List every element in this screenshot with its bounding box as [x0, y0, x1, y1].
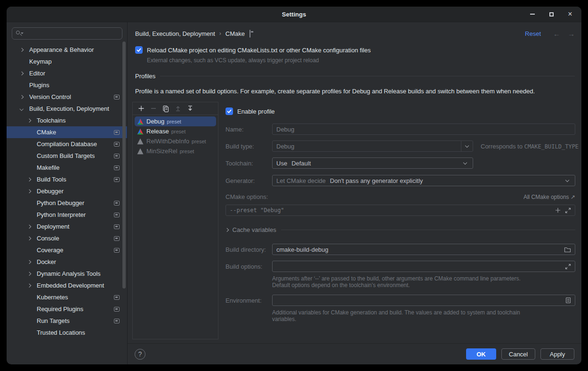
sidebar-item-editor[interactable]: Editor — [7, 67, 127, 79]
cmake-options-field[interactable]: --preset "Debug" — [226, 205, 575, 216]
expand-field-button[interactable] — [565, 264, 571, 270]
in-project-badge-icon — [250, 30, 250, 37]
sidebar-item-appearance-behavior[interactable]: Appearance & Behavior — [7, 44, 127, 56]
generator-select[interactable]: Let CMake decide Don't pass any generato… — [272, 175, 575, 186]
window-title: Settings — [282, 11, 306, 18]
sidebar-item-required-plugins[interactable]: Required Plugins — [7, 303, 127, 315]
sidebar-item-console[interactable]: Console — [7, 232, 127, 244]
close-icon: × — [568, 10, 572, 18]
profile-row-minsizerel[interactable]: MinSizeRel preset — [135, 146, 216, 156]
chevron-right-icon — [25, 225, 33, 228]
build-directory-field[interactable]: cmake-build-debug — [272, 244, 575, 255]
chevron-right-icon — [18, 96, 25, 99]
copy-profile-button[interactable] — [161, 105, 169, 113]
sidebar-item-coverage[interactable]: Coverage — [7, 244, 127, 256]
cancel-button[interactable]: Cancel — [501, 348, 535, 360]
help-button[interactable]: ? — [135, 349, 145, 360]
environment-variables-button[interactable] — [565, 297, 571, 304]
main-panel: Build, Execution, Deployment › CMake Res… — [128, 22, 581, 364]
chevron-right-icon — [25, 272, 33, 275]
cmake-disabled-icon — [137, 138, 144, 145]
build-type-label: Build type: — [226, 143, 272, 150]
build-options-label: Build options: — [226, 263, 272, 270]
breadcrumb-current: CMake — [226, 30, 245, 37]
chevron-right-icon — [25, 237, 33, 240]
sidebar-item-cmake[interactable]: CMake — [7, 126, 127, 138]
chevron-down-icon — [461, 163, 469, 164]
sidebar-item-trusted-locations[interactable]: Trusted Locations — [7, 327, 127, 338]
move-down-button[interactable] — [186, 105, 194, 113]
in-project-badge-icon — [114, 142, 120, 147]
sidebar-item-deployment[interactable]: Deployment — [7, 221, 127, 232]
chevron-down-icon — [18, 107, 25, 110]
sidebar-item-compilation-database[interactable]: Compilation Database — [7, 138, 127, 150]
in-project-badge-icon — [114, 177, 120, 182]
browse-folder-button[interactable] — [564, 247, 571, 253]
settings-tree: Appearance & Behavior Keymap Editor Plug… — [7, 44, 127, 338]
ok-button[interactable]: OK — [466, 348, 496, 360]
minimize-button[interactable] — [529, 10, 536, 18]
apply-button[interactable]: Apply — [540, 348, 574, 360]
in-project-badge-icon — [114, 154, 120, 158]
build-options-field[interactable] — [272, 261, 575, 272]
add-profile-button[interactable] — [137, 105, 145, 113]
chevron-down-icon — [564, 180, 571, 181]
sidebar-item-version-control[interactable]: Version Control — [7, 91, 127, 103]
profile-row-debug[interactable]: Debug preset — [135, 116, 216, 126]
add-option-button[interactable] — [555, 207, 561, 214]
sidebar-item-build-execution-deployment[interactable]: Build, Execution, Deployment — [7, 103, 127, 115]
breadcrumb-separator: › — [219, 30, 221, 37]
sidebar-scrollbar[interactable] — [122, 41, 126, 289]
reload-cmake-subtext: External changes, such as VCS update, al… — [147, 57, 574, 64]
sidebar-item-python-debugger[interactable]: Python Debugger — [7, 197, 127, 209]
sidebar-item-python-interpreter[interactable]: Python Interpreter — [7, 209, 127, 221]
toolchain-select[interactable]: Use Default — [272, 157, 473, 169]
checkmark-icon — [136, 47, 142, 53]
titlebar: Settings × — [7, 7, 581, 22]
enable-profile-checkbox[interactable] — [226, 107, 233, 115]
chevron-right-icon — [25, 190, 33, 193]
remove-profile-button[interactable] — [149, 105, 157, 113]
cmake-options-label: CMake options: — [226, 193, 268, 200]
in-project-badge-icon — [114, 213, 120, 217]
name-field[interactable]: Debug — [272, 124, 575, 135]
environment-field[interactable] — [272, 295, 575, 306]
close-button[interactable]: × — [566, 10, 574, 18]
reload-cmake-checkbox[interactable] — [135, 46, 143, 54]
sidebar-item-makefile[interactable]: Makefile — [7, 162, 127, 173]
sidebar-item-dynamic-analysis-tools[interactable]: Dynamic Analysis Tools — [7, 268, 127, 280]
dialog-footer: ? OK Cancel Apply — [128, 343, 581, 364]
chevron-right-icon — [25, 284, 33, 287]
build-type-select[interactable]: Debug — [272, 140, 473, 152]
maximize-button[interactable] — [548, 10, 555, 18]
sidebar-item-kubernetes[interactable]: Kubernetes — [7, 291, 127, 303]
environment-label: Environment: — [226, 297, 272, 304]
arrow-up-bar-icon — [174, 105, 182, 112]
in-project-badge-icon — [114, 307, 120, 312]
in-project-badge-icon — [114, 319, 120, 323]
cache-variables-section[interactable]: Cache variables — [226, 226, 575, 233]
cache-variables-label: Cache variables — [233, 226, 276, 233]
sidebar-item-toolchains[interactable]: Toolchains — [7, 115, 127, 126]
sidebar-item-keymap[interactable]: Keymap — [7, 56, 127, 67]
forward-arrow-icon[interactable]: → — [568, 30, 575, 38]
breadcrumb-parent[interactable]: Build, Execution, Deployment — [135, 30, 215, 37]
reset-link[interactable]: Reset — [525, 30, 541, 37]
sidebar-item-embedded-development[interactable]: Embedded Development — [7, 280, 127, 291]
profile-row-relwithdebinfo[interactable]: RelWithDebInfo preset — [135, 136, 216, 146]
sidebar-item-plugins[interactable]: Plugins — [7, 79, 127, 91]
search-input[interactable] — [12, 27, 122, 40]
all-cmake-options-link[interactable]: All CMake options ↗ — [524, 194, 575, 200]
sidebar-item-docker[interactable]: Docker — [7, 256, 127, 268]
move-up-button[interactable] — [174, 105, 182, 113]
plus-icon — [555, 207, 561, 214]
sidebar-item-debugger[interactable]: Debugger — [7, 185, 127, 197]
sidebar-item-build-tools[interactable]: Build Tools — [7, 173, 127, 185]
profile-row-release[interactable]: Release preset — [135, 126, 216, 136]
sidebar-item-custom-build-targets[interactable]: Custom Build Targets — [7, 150, 127, 162]
expand-field-button[interactable] — [565, 207, 571, 214]
sidebar-item-run-targets[interactable]: Run Targets — [7, 315, 127, 327]
in-project-badge-icon — [114, 201, 120, 206]
back-arrow-icon[interactable]: ← — [553, 30, 560, 38]
external-link-icon: ↗ — [571, 194, 575, 200]
